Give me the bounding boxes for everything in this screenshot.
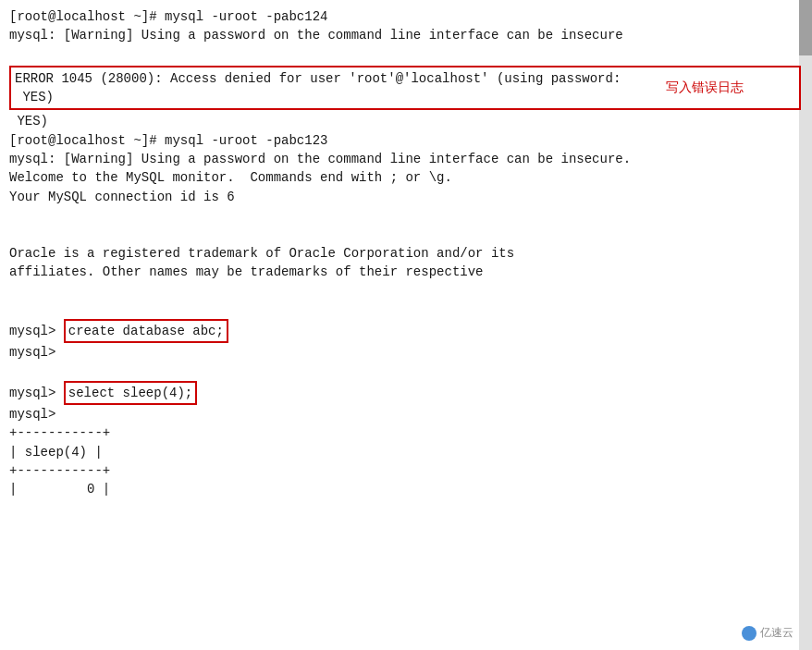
watermark-icon	[742, 626, 757, 641]
line-8: Welcome to the MySQL monitor. Commands e…	[9, 168, 803, 187]
terminal-window: [root@localhost ~]# mysql -uroot -pabc12…	[0, 0, 812, 650]
table-border-3: | 0 |	[9, 480, 803, 498]
line-blank-4	[9, 281, 803, 300]
watermark-text: 亿速云	[760, 625, 794, 641]
line-6: [root@localhost ~]# mysql -uroot -pabc12…	[9, 131, 803, 150]
line-14: Oracle is a registered trademark of Orac…	[9, 244, 803, 263]
mysql-cmd-line-2: mysql> select sleep(4);	[9, 381, 803, 405]
line-5: YES)	[9, 112, 803, 130]
create-db-cmd: create database abc;	[64, 319, 228, 343]
line-blank-3	[9, 225, 803, 243]
table-row: +-----------+	[9, 461, 803, 480]
mysql-prompt-2: mysql>	[9, 384, 64, 402]
line-1: [root@localhost ~]# mysql -uroot -pabc12…	[9, 7, 803, 26]
error-annotation: 写入错误日志	[666, 80, 744, 96]
watermark: 亿速云	[742, 625, 794, 641]
line-2: mysql: [Warning] Using a password on the…	[9, 26, 803, 44]
select-sleep-cmd: select sleep(4);	[64, 381, 197, 405]
line-7: mysql: [Warning] Using a password on the…	[9, 150, 803, 168]
line-blank-6	[9, 362, 803, 380]
mysql-prompt-1: mysql>	[9, 322, 64, 340]
line-15: affiliates. Other names may be trademark…	[9, 263, 803, 281]
scrollbar[interactable]	[799, 0, 812, 650]
line-blank-5	[9, 300, 803, 318]
line-blank-1	[9, 45, 803, 64]
table-border-2: | sleep(4) |	[9, 443, 803, 461]
query-ok-line: mysql>	[9, 343, 803, 362]
mysql-cmd-line-1: mysql> create database abc;	[9, 319, 803, 343]
table-header: +-----------+	[9, 423, 803, 442]
scrollbar-thumb[interactable]	[799, 0, 812, 55]
line-blank-2	[9, 206, 803, 225]
table-border-1: mysql>	[9, 405, 803, 423]
error-block: ERROR 1045 (28000): Access denied for us…	[9, 66, 801, 111]
line-9: Your MySQL connection id is 6	[9, 188, 803, 206]
